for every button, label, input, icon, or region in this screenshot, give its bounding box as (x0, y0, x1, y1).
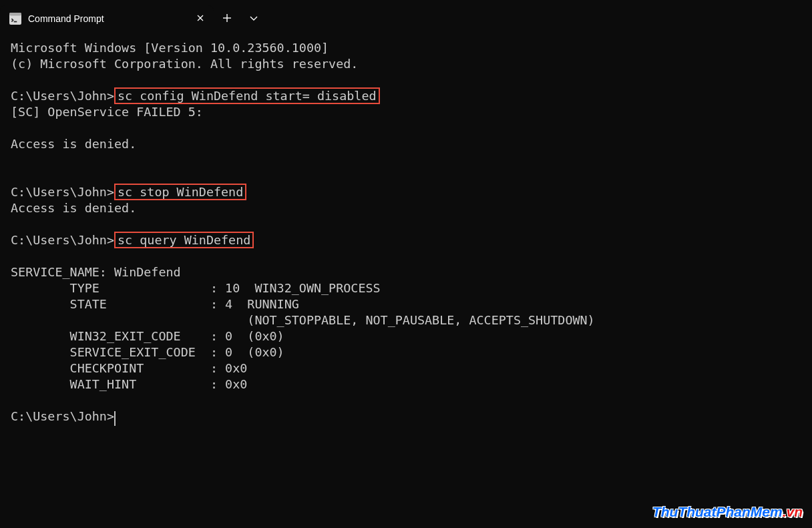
command-sc-stop: sc stop WinDefend (114, 184, 246, 200)
query-service-exit-code: SERVICE_EXIT_CODE : 0 (0x0) (11, 345, 284, 359)
command-sc-query: sc query WinDefend (114, 232, 254, 248)
query-type: TYPE : 10 WIN32_OWN_PROCESS (11, 281, 381, 295)
prompt: C:\Users\John> (11, 185, 114, 199)
output-line: [SC] OpenService FAILED 5: (11, 105, 203, 119)
tab-title: Command Prompt (28, 13, 187, 24)
titlebar: Command Prompt (0, 0, 812, 32)
query-state-flags: (NOT_STOPPABLE, NOT_PAUSABLE, ACCEPTS_SH… (11, 313, 595, 327)
new-tab-button[interactable] (214, 5, 240, 32)
prompt: C:\Users\John> (11, 89, 114, 103)
text-cursor (114, 411, 116, 426)
prompt: C:\Users\John> (11, 233, 114, 247)
banner-line: (c) Microsoft Corporation. All rights re… (11, 57, 358, 71)
query-wait-hint: WAIT_HINT : 0x0 (11, 377, 247, 391)
watermark: ThuThuatPhanMem.vn (652, 504, 803, 520)
watermark-ext: .vn (783, 504, 803, 519)
watermark-main: ThuThuatPhanMem (652, 504, 783, 519)
tab-dropdown-button[interactable] (240, 5, 267, 32)
svg-rect-1 (9, 13, 21, 16)
query-state: STATE : 4 RUNNING (11, 297, 299, 311)
output-line: Access is denied. (11, 201, 136, 215)
plus-icon (222, 13, 232, 25)
command-sc-config: sc config WinDefend start= disabled (114, 87, 380, 104)
query-checkpoint: CHECKPOINT : 0x0 (11, 361, 247, 375)
query-service-name: SERVICE_NAME: WinDefend (11, 265, 181, 279)
query-win32-exit-code: WIN32_EXIT_CODE : 0 (0x0) (11, 329, 284, 343)
terminal-output[interactable]: Microsoft Windows [Version 10.0.23560.10… (0, 32, 812, 425)
tab-command-prompt[interactable]: Command Prompt (0, 5, 214, 32)
output-line: Access is denied. (11, 137, 136, 151)
banner-line: Microsoft Windows [Version 10.0.23560.10… (11, 41, 329, 55)
tab-close-button[interactable] (194, 12, 207, 25)
cmd-icon (9, 13, 21, 25)
close-icon (197, 14, 204, 23)
chevron-down-icon (249, 13, 258, 25)
prompt: C:\Users\John> (11, 409, 114, 423)
